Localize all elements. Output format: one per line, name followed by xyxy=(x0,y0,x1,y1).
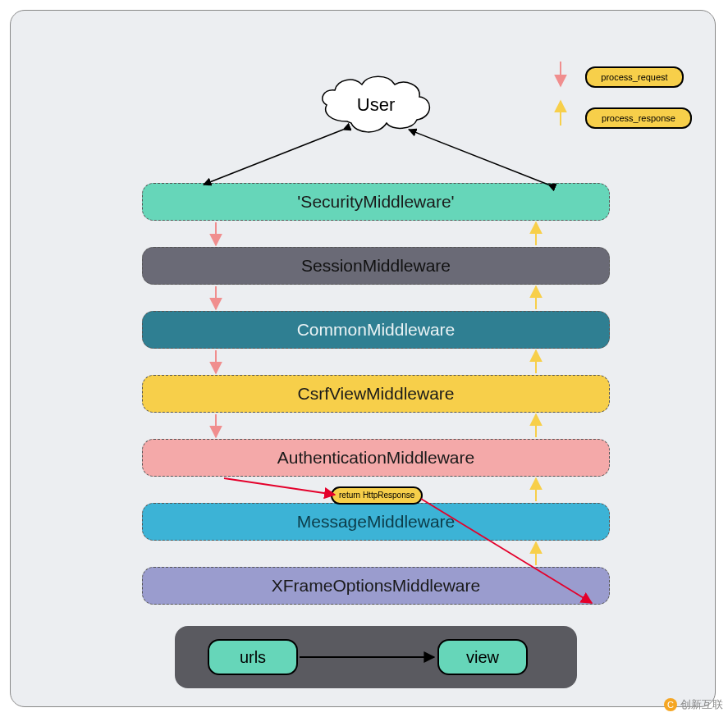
return-httpresponse-pill: return HttpResponse xyxy=(331,486,423,505)
watermark: C 创新互联 xyxy=(664,697,723,712)
mw-label: CsrfViewMiddleware xyxy=(297,384,454,403)
middleware-session: SessionMiddleware xyxy=(142,247,610,285)
urls-node: urls xyxy=(208,639,298,675)
legend-process-response: process_response xyxy=(585,107,692,129)
user-label: User xyxy=(357,94,395,116)
legend-process-request: process_request xyxy=(585,66,684,88)
arrow-user-to-security-left xyxy=(204,130,343,185)
view-node: view xyxy=(437,639,528,675)
middleware-security: 'SecurityMiddleware' xyxy=(142,183,610,221)
mw-label: AuthenticationMiddleware xyxy=(277,448,474,467)
arrow-security-to-user-right xyxy=(409,130,548,185)
diagram-canvas: User process_request process_response 'S… xyxy=(10,10,716,707)
middleware-message: MessageMiddleware xyxy=(142,503,610,541)
mw-label: 'SecurityMiddleware' xyxy=(297,192,454,211)
mw-label: MessageMiddleware xyxy=(297,512,456,531)
watermark-icon: C xyxy=(664,698,677,711)
middleware-common: CommonMiddleware xyxy=(142,311,610,349)
watermark-text: 创新互联 xyxy=(680,697,723,712)
user-node: User xyxy=(314,72,437,138)
middleware-authentication: AuthenticationMiddleware xyxy=(142,439,610,477)
middleware-csrf: CsrfViewMiddleware xyxy=(142,375,610,413)
red-arrow-to-return xyxy=(224,478,335,495)
mw-label: XFrameOptionsMiddleware xyxy=(272,576,480,595)
mw-label: CommonMiddleware xyxy=(297,320,456,339)
mw-label: SessionMiddleware xyxy=(301,256,451,275)
middleware-xframeoptions: XFrameOptionsMiddleware xyxy=(142,567,610,605)
urls-view-box: urls view xyxy=(175,626,577,688)
